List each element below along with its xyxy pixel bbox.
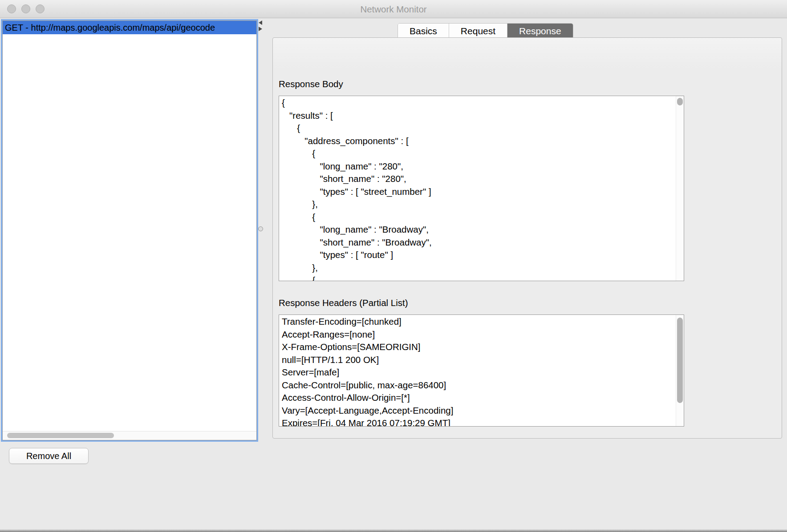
response-headers-textarea[interactable]: Transfer-Encoding=[chunked] Accept-Range… <box>279 314 684 427</box>
collapse-right-icon[interactable] <box>259 27 262 31</box>
split-divider[interactable] <box>258 20 263 440</box>
response-body-textarea[interactable]: { "results" : [ { "address_components" :… <box>279 96 684 281</box>
tab-basics[interactable]: Basics <box>398 24 449 39</box>
splitter-knob-icon[interactable] <box>258 226 263 231</box>
network-monitor-window: Network Monitor GET - http://maps.google… <box>0 0 787 532</box>
request-list-item[interactable]: GET - http://maps.googleapis.com/maps/ap… <box>3 21 256 34</box>
response-body-scrollbar[interactable] <box>676 96 684 281</box>
response-tab-panel: Response Body { "results" : [ { "address… <box>272 37 782 439</box>
response-headers-label: Response Headers (Partial List) <box>279 298 408 308</box>
response-body-scrollbar-thumb[interactable] <box>677 98 683 105</box>
request-list-panel[interactable]: GET - http://maps.googleapis.com/maps/ap… <box>2 20 257 440</box>
response-headers-scrollbar-thumb[interactable] <box>677 318 683 403</box>
collapse-left-icon[interactable] <box>259 20 262 25</box>
response-body-text: { "results" : [ { "address_components" :… <box>279 96 684 281</box>
response-body-label: Response Body <box>279 79 343 89</box>
tab-response[interactable]: Response <box>507 24 573 39</box>
tab-request[interactable]: Request <box>449 24 507 39</box>
response-headers-text: Transfer-Encoding=[chunked] Accept-Range… <box>279 315 684 427</box>
window-title: Network Monitor <box>0 0 787 18</box>
titlebar: Network Monitor <box>0 0 787 18</box>
window-bottom-edge <box>0 529 787 532</box>
request-list-horizontal-scrollbar[interactable] <box>3 431 256 440</box>
remove-all-button[interactable]: Remove All <box>9 448 89 464</box>
tab-bar: Basics Request Response <box>398 23 573 39</box>
horizontal-scrollbar-thumb[interactable] <box>7 433 114 438</box>
response-headers-scrollbar[interactable] <box>676 315 684 426</box>
